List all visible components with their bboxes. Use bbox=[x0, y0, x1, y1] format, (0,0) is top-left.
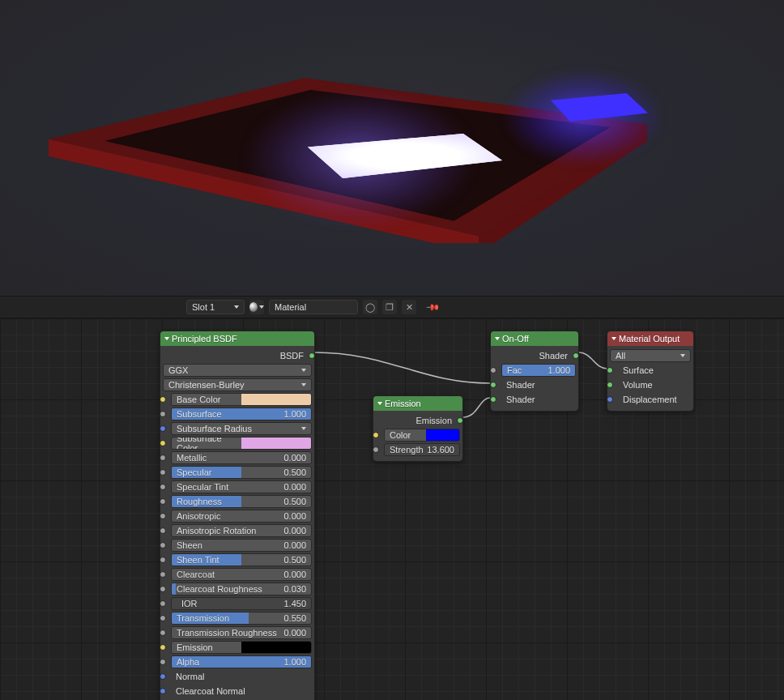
pin-button[interactable]: 📌 bbox=[423, 297, 443, 317]
socket-base-color[interactable] bbox=[160, 396, 166, 403]
material-toolbar: Slot 1 Material ◯ ❐ ✕ 📌 bbox=[0, 296, 784, 318]
node-header[interactable]: On-Off bbox=[491, 331, 578, 346]
socket-roughness[interactable] bbox=[160, 498, 166, 505]
output-target-dropdown[interactable]: All bbox=[610, 349, 691, 362]
chevron-down-icon bbox=[234, 305, 239, 309]
socket-specular[interactable] bbox=[160, 469, 166, 476]
unlink-material-button[interactable]: ✕ bbox=[402, 300, 416, 314]
socket-emission-out[interactable] bbox=[457, 417, 463, 424]
duplicate-material-button[interactable]: ❐ bbox=[382, 300, 397, 314]
roughness-slider[interactable]: Roughness0.500 bbox=[171, 495, 312, 508]
close-icon: ✕ bbox=[406, 302, 413, 313]
socket-anisotropic[interactable] bbox=[160, 513, 166, 519]
sheen-tint-slider[interactable]: Sheen Tint0.500 bbox=[171, 553, 312, 566]
socket-specular-tint[interactable] bbox=[160, 484, 166, 490]
fake-user-button[interactable]: ◯ bbox=[363, 300, 377, 314]
material-name-field[interactable]: Material bbox=[269, 300, 358, 314]
base-color-field[interactable]: Base Color bbox=[171, 393, 312, 406]
material-browse-button[interactable] bbox=[249, 300, 264, 314]
socket-emission-color[interactable] bbox=[373, 432, 379, 438]
node-header[interactable]: Emission bbox=[373, 396, 462, 411]
socket-clearcoat-roughness[interactable] bbox=[160, 586, 166, 592]
socket-transmission-roughness[interactable] bbox=[160, 630, 166, 636]
node-emission[interactable]: Emission Emission Color Strength13.600 bbox=[373, 395, 463, 462]
subsurface-color-field[interactable]: Subsurface Color bbox=[171, 437, 312, 450]
alpha-slider[interactable]: Alpha1.000 bbox=[171, 655, 312, 668]
metallic-slider[interactable]: Metallic0.000 bbox=[171, 451, 312, 464]
socket-normal[interactable] bbox=[160, 673, 166, 680]
collapse-icon bbox=[377, 402, 382, 405]
socket-anisotropic-rotation[interactable] bbox=[160, 527, 166, 534]
socket-subsurface[interactable] bbox=[160, 411, 166, 417]
clearcoat-slider[interactable]: Clearcoat0.000 bbox=[171, 568, 312, 581]
node-editor[interactable]: Principled BSDF BSDF GGX Christensen-Bur… bbox=[0, 318, 784, 700]
socket-sheen[interactable] bbox=[160, 542, 166, 548]
socket-emission-strength[interactable] bbox=[373, 446, 379, 453]
collapse-icon bbox=[164, 337, 169, 340]
node-material-output[interactable]: Material Output All Surface Volume Displ… bbox=[607, 331, 694, 412]
anisotropic-slider[interactable]: Anisotropic0.000 bbox=[171, 510, 312, 523]
node-header[interactable]: Material Output bbox=[607, 331, 693, 346]
socket-subsurface-radius[interactable] bbox=[160, 425, 166, 432]
chevron-down-icon bbox=[680, 354, 685, 357]
material-slot-dropdown[interactable]: Slot 1 bbox=[186, 300, 245, 314]
socket-shader-1[interactable] bbox=[490, 382, 496, 388]
socket-shader-2[interactable] bbox=[490, 396, 496, 403]
socket-fac[interactable] bbox=[490, 367, 496, 373]
socket-subsurface-color[interactable] bbox=[160, 440, 166, 446]
socket-sheen-tint[interactable] bbox=[160, 557, 166, 563]
socket-transmission[interactable] bbox=[160, 615, 166, 621]
specular-slider[interactable]: Specular0.500 bbox=[171, 466, 312, 479]
distribution-dropdown[interactable]: GGX bbox=[163, 364, 312, 377]
subsurface-slider[interactable]: Subsurface1.000 bbox=[171, 408, 312, 420]
socket-metallic[interactable] bbox=[160, 455, 166, 461]
sss-method-dropdown[interactable]: Christensen-Burley bbox=[163, 378, 312, 391]
chevron-down-icon bbox=[259, 305, 264, 309]
socket-ior[interactable] bbox=[160, 600, 166, 607]
socket-clearcoat[interactable] bbox=[160, 571, 166, 578]
socket-volume[interactable] bbox=[607, 382, 613, 388]
specular-tint-slider[interactable]: Specular Tint0.000 bbox=[171, 480, 312, 493]
chevron-down-icon bbox=[301, 427, 306, 430]
pin-icon: 📌 bbox=[425, 299, 441, 314]
socket-bsdf-out[interactable] bbox=[309, 352, 315, 359]
node-principled-bsdf[interactable]: Principled BSDF BSDF GGX Christensen-Bur… bbox=[160, 331, 315, 700]
transmission-slider[interactable]: Transmission0.550 bbox=[171, 612, 312, 625]
emission-color-field[interactable]: Emission bbox=[171, 641, 312, 654]
chevron-down-icon bbox=[301, 383, 306, 386]
node-header[interactable]: Principled BSDF bbox=[160, 331, 314, 346]
collapse-icon bbox=[611, 337, 616, 340]
socket-emission[interactable] bbox=[160, 644, 166, 651]
socket-shader-out[interactable] bbox=[573, 352, 579, 359]
socket-surface[interactable] bbox=[607, 367, 613, 373]
render-preview bbox=[0, 0, 784, 296]
shield-icon: ◯ bbox=[365, 302, 375, 313]
clearcoat-roughness-slider[interactable]: Clearcoat Roughness0.030 bbox=[171, 583, 312, 595]
subsurface-radius-field[interactable]: Subsurface Radius bbox=[171, 422, 312, 435]
anisotropic-rotation-slider[interactable]: Anisotropic Rotation0.000 bbox=[171, 524, 312, 537]
emission-strength-field[interactable]: Strength13.600 bbox=[384, 443, 460, 456]
fac-slider[interactable]: Fac1.000 bbox=[501, 364, 576, 377]
socket-displacement[interactable] bbox=[607, 396, 613, 403]
material-preview-icon bbox=[249, 302, 258, 312]
socket-alpha[interactable] bbox=[160, 659, 166, 665]
copy-icon: ❐ bbox=[386, 302, 394, 313]
viewport-3d[interactable] bbox=[0, 0, 784, 296]
emission-color-field[interactable]: Color bbox=[384, 429, 460, 442]
slot-label: Slot 1 bbox=[192, 302, 215, 312]
node-on-off[interactable]: On-Off Shader Fac1.000 Shader Shader bbox=[490, 331, 579, 412]
chevron-down-icon bbox=[301, 369, 306, 372]
ior-field[interactable]: IOR1.450 bbox=[171, 597, 312, 610]
transmission-roughness-slider[interactable]: Transmission Roughness0.000 bbox=[171, 626, 312, 639]
collapse-icon bbox=[495, 337, 500, 340]
socket-clearcoat-normal[interactable] bbox=[160, 688, 166, 694]
sheen-slider[interactable]: Sheen0.000 bbox=[171, 539, 312, 552]
